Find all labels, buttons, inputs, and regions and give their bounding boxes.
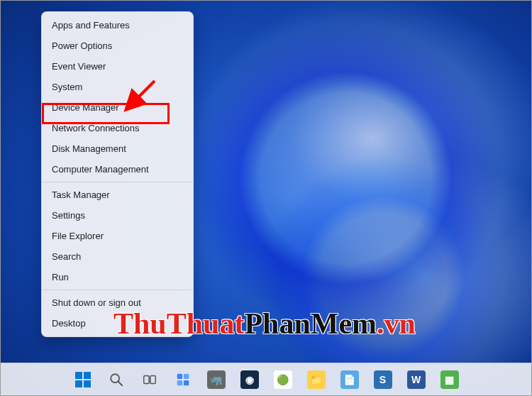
start-button[interactable] (70, 366, 96, 393)
svg-rect-4 (150, 376, 155, 384)
menu-network-connections[interactable]: Network Connections (42, 118, 193, 138)
app-regedit[interactable]: ▦ (436, 366, 463, 393)
app-garena[interactable]: 🟢 (270, 366, 297, 393)
search-icon (109, 372, 124, 387)
task-view-button[interactable] (136, 366, 163, 393)
app-notepad[interactable]: 📄 (336, 366, 363, 393)
app-snagit[interactable]: S (370, 366, 397, 393)
taskbar: 🦏 ◉ 🟢 📁 📄 S W ▦ (0, 363, 532, 396)
menu-disk-management[interactable]: Disk Management (42, 138, 193, 159)
menu-separator (42, 182, 193, 182)
svg-rect-8 (183, 380, 188, 385)
menu-settings[interactable]: Settings (42, 205, 193, 226)
folder-icon: 📁 (307, 370, 326, 389)
task-view-icon (142, 372, 157, 387)
snagit-icon: S (374, 370, 392, 389)
menu-shut-down[interactable]: Shut down or sign out (42, 292, 193, 313)
windows-logo-icon (75, 372, 91, 387)
menu-desktop[interactable]: Desktop (42, 313, 193, 334)
svg-rect-6 (183, 374, 188, 379)
app-rhino[interactable]: 🦏 (203, 366, 230, 393)
menu-separator (42, 290, 193, 290)
menu-apps-and-features[interactable]: Apps and Features (42, 15, 193, 35)
rhino-icon: 🦏 (207, 370, 226, 389)
search-button[interactable] (103, 366, 130, 393)
svg-rect-5 (177, 374, 182, 379)
widgets-button[interactable] (170, 366, 196, 393)
menu-event-viewer[interactable]: Event Viewer (42, 56, 193, 77)
app-word[interactable]: W (403, 366, 430, 393)
menu-device-manager[interactable]: Device Manager (42, 97, 193, 118)
app-steam[interactable]: ◉ (236, 366, 263, 393)
svg-rect-7 (177, 380, 182, 385)
file-explorer[interactable]: 📁 (303, 366, 330, 393)
svg-line-2 (118, 382, 122, 386)
menu-run[interactable]: Run (42, 267, 193, 287)
menu-computer-management[interactable]: Computer Management (42, 159, 193, 180)
steam-icon: ◉ (240, 370, 259, 389)
menu-search[interactable]: Search (42, 246, 193, 267)
svg-rect-3 (143, 376, 148, 384)
regedit-icon: ▦ (440, 370, 459, 389)
word-icon: W (407, 370, 426, 389)
menu-system[interactable]: System (42, 77, 193, 97)
menu-task-manager[interactable]: Task Manager (42, 185, 193, 205)
notepad-icon: 📄 (340, 370, 359, 389)
widgets-icon (175, 372, 191, 387)
menu-power-options[interactable]: Power Options (42, 35, 193, 56)
power-user-menu: Apps and Features Power Options Event Vi… (41, 11, 194, 337)
menu-file-explorer[interactable]: File Explorer (42, 226, 193, 246)
garena-icon: 🟢 (274, 370, 292, 389)
